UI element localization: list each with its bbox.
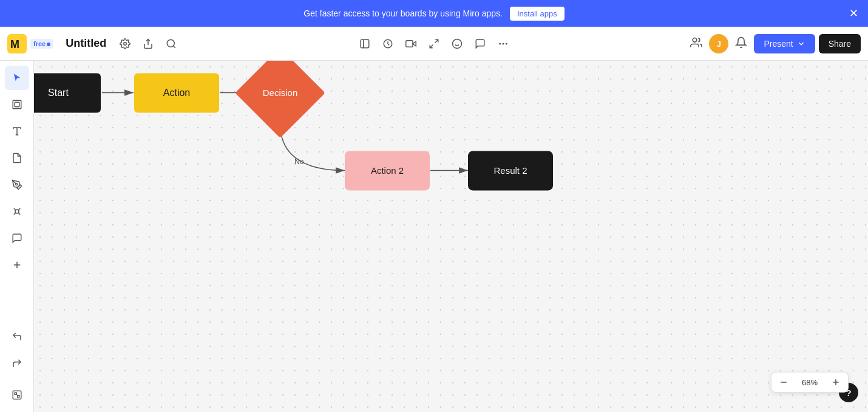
canvas[interactable]: Yes Yes No Start Action Decision A — [34, 61, 868, 412]
search-button[interactable] — [162, 35, 180, 53]
board-title[interactable]: Untitled — [66, 37, 106, 50]
frames-icon — [12, 99, 22, 110]
sidebar-comment-button[interactable] — [5, 226, 29, 250]
svg-point-4 — [167, 39, 174, 47]
svg-point-25 — [15, 210, 19, 213]
collaboration-icon — [690, 36, 702, 49]
comments-button[interactable] — [470, 35, 490, 53]
sticky-icon — [12, 153, 22, 163]
fullscreen-icon — [429, 38, 439, 49]
svg-line-11 — [435, 39, 438, 43]
settings-button[interactable] — [116, 35, 134, 53]
fullscreen-button[interactable] — [424, 35, 444, 53]
action-node[interactable]: Action — [134, 73, 219, 112]
svg-line-5 — [174, 46, 175, 47]
svg-rect-6 — [361, 39, 369, 48]
svg-line-12 — [430, 45, 433, 48]
svg-text:M: M — [10, 38, 19, 50]
settings-icon — [120, 38, 131, 49]
start-node[interactable]: Start — [34, 73, 101, 112]
zoom-controls-wrapper: 68% ? — [834, 383, 858, 402]
sidebar-add-button[interactable] — [5, 253, 29, 277]
svg-point-16 — [503, 43, 504, 44]
search-icon — [166, 38, 177, 49]
redo-icon — [12, 358, 22, 369]
add-icon — [12, 259, 22, 270]
right-toolbar: J Present Share — [680, 27, 868, 61]
free-badge: free — [30, 39, 53, 49]
svg-rect-29 — [15, 393, 16, 394]
zoom-in-button[interactable] — [824, 373, 848, 392]
left-sidebar — [0, 61, 34, 412]
video-icon — [405, 38, 416, 49]
svg-rect-21 — [15, 102, 19, 107]
action2-node[interactable]: Action 2 — [345, 151, 430, 190]
cursor-icon — [12, 72, 22, 83]
shapes-icon — [12, 206, 22, 217]
minus-icon — [779, 377, 788, 387]
present-button[interactable]: Present — [754, 34, 815, 53]
share-icon-button[interactable] — [139, 35, 157, 53]
sidebar-frames-button[interactable] — [5, 92, 29, 117]
minimap-icon — [12, 390, 22, 400]
hide-panels-icon — [359, 38, 370, 49]
avatar[interactable]: J — [709, 34, 728, 53]
svg-rect-30 — [17, 396, 19, 397]
reactions-icon — [452, 38, 463, 49]
undo-button[interactable] — [5, 324, 29, 349]
svg-marker-9 — [413, 41, 416, 46]
minimap-button[interactable] — [5, 383, 29, 407]
sidebar-pen-button[interactable] — [5, 173, 29, 197]
svg-text:No: No — [294, 157, 304, 166]
comment-icon — [12, 233, 22, 244]
zoom-level: 68% — [796, 374, 824, 391]
share-button[interactable]: Share — [819, 34, 861, 53]
collaboration-button[interactable] — [687, 33, 705, 55]
svg-point-19 — [693, 38, 697, 42]
notification-close-button[interactable]: ✕ — [849, 7, 858, 20]
hide-panels-button[interactable] — [354, 35, 375, 53]
timer-button[interactable] — [378, 35, 398, 53]
zoom-out-button[interactable] — [771, 373, 796, 392]
notification-bar: Get faster access to your boards by usin… — [0, 0, 868, 27]
free-dot-icon — [47, 43, 50, 46]
svg-point-24 — [15, 184, 17, 185]
miro-logo-icon: M — [7, 34, 27, 53]
flow-diagram: Yes Yes No Start Action Decision A — [34, 61, 592, 255]
more-button[interactable] — [493, 35, 514, 53]
share-icon — [143, 38, 154, 49]
text-icon — [12, 126, 22, 137]
decision-node[interactable] — [235, 61, 325, 138]
redo-button[interactable] — [5, 351, 29, 376]
result2-node[interactable]: Result 2 — [468, 151, 553, 190]
notification-text: Get faster access to your boards by usin… — [303, 9, 503, 18]
svg-point-2 — [124, 42, 127, 45]
svg-rect-10 — [406, 41, 413, 47]
more-icon — [498, 38, 509, 49]
center-toolbar — [354, 27, 514, 61]
svg-point-18 — [500, 43, 501, 44]
logo: M free — [7, 34, 53, 53]
timer-icon — [382, 38, 393, 49]
reactions-button[interactable] — [447, 35, 467, 53]
plus-icon — [831, 377, 841, 387]
pen-icon — [12, 179, 22, 190]
sidebar-select-button[interactable] — [5, 66, 29, 90]
comments-icon — [475, 38, 486, 49]
sidebar-sticky-button[interactable] — [5, 146, 29, 170]
svg-point-13 — [453, 39, 462, 49]
undo-icon — [12, 331, 22, 342]
notifications-button[interactable] — [732, 33, 750, 55]
bell-icon — [735, 36, 747, 49]
zoom-controls: 68% — [771, 372, 849, 393]
chevron-down-icon — [797, 39, 805, 48]
sidebar-text-button[interactable] — [5, 119, 29, 143]
svg-point-17 — [506, 43, 507, 44]
sidebar-shapes-button[interactable] — [5, 199, 29, 224]
video-button[interactable] — [401, 35, 421, 53]
svg-rect-20 — [13, 100, 21, 109]
install-apps-button[interactable]: Install apps — [510, 7, 565, 21]
